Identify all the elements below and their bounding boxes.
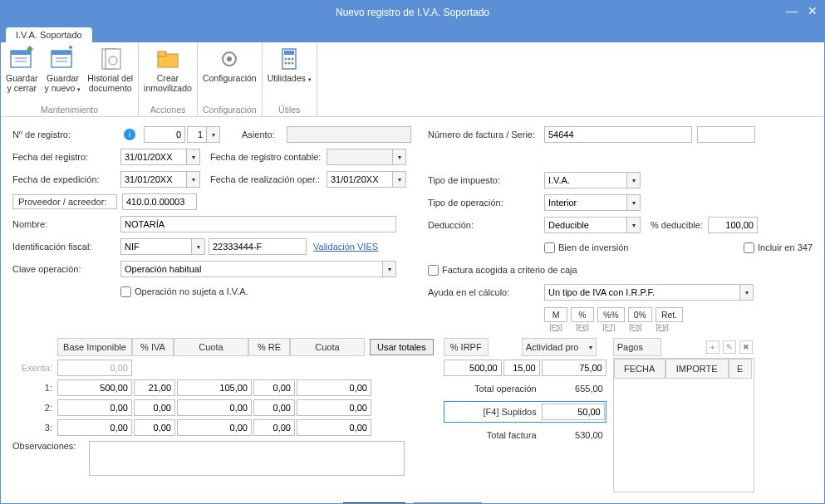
nombre-label: Nombre: [12,219,120,229]
svg-point-20 [285,62,287,65]
calc-m-button[interactable]: M [544,307,567,322]
r1-cuota[interactable] [177,379,252,396]
irpf-cuota[interactable] [542,360,606,376]
pct-deducible-label: % deducible: [651,220,703,230]
historial-button[interactable]: Historial del documento [87,46,133,93]
serie-input[interactable] [697,126,755,143]
fecha-registro-input[interactable] [120,149,187,165]
window-title: Nuevo registro de I.V.A. Soportado [336,7,489,18]
r1-re[interactable] [253,379,295,396]
total-op-label: Total operación [444,379,542,398]
pagos-add-icon[interactable]: ＋ [706,340,719,354]
r1-cuota2[interactable] [297,379,371,396]
svg-rect-9 [106,49,120,69]
clave-op-input[interactable] [120,261,383,277]
factura-acogida-checkbox[interactable] [428,265,439,276]
ribbon: Guardar y cerrar Guardar y nuevo ▾ Histo… [1,42,824,117]
svg-point-22 [292,62,294,65]
bien-inversion-checkbox[interactable] [544,242,555,253]
svg-point-18 [288,58,291,61]
tab-strip: I.V.A. Soportado [1,24,824,42]
ident-fiscal-label: Identificación fiscal: [12,242,120,252]
svg-point-17 [285,58,287,61]
nombre-input[interactable] [120,216,396,232]
deduccion-dd[interactable]: ▾ [627,217,641,233]
op-no-sujeta-checkbox[interactable] [120,286,131,297]
r2-base[interactable] [57,399,132,416]
ident-num-input[interactable] [209,238,307,255]
nro-registro-b-input[interactable] [187,126,207,143]
tipo-impuesto-input[interactable] [544,172,627,188]
svg-rect-16 [284,51,294,55]
incluir-347-checkbox[interactable] [744,242,754,253]
r2-cuota2[interactable] [297,399,371,416]
utilidades-button[interactable]: Utilidades ▾ [268,46,312,84]
fecha-reg-cont-dd[interactable]: ▾ [393,149,406,165]
fecha-registro-dd[interactable]: ▾ [187,149,200,165]
pagos-h-importe: IMPORTE [665,359,729,379]
proveedor-code-input[interactable] [122,193,197,210]
ayuda-calc-input[interactable] [544,284,740,301]
h-re: % RE [248,338,290,356]
r2-iva[interactable] [134,399,175,416]
hint-f5: [F5] [544,323,567,331]
deduccion-input[interactable] [544,217,627,233]
r3-base[interactable] [57,419,132,436]
r3-re[interactable] [253,419,295,436]
irpf-base[interactable] [444,360,502,376]
fecha-real-oper-input[interactable] [327,171,393,188]
fecha-exped-input[interactable] [120,171,187,188]
crear-inmovilizado-button[interactable]: Crear inmovilizado [144,46,192,93]
pct-deducible-input[interactable] [708,217,758,233]
suplidos-input[interactable] [542,404,605,420]
guardar-cerrar-button[interactable]: Guardar y cerrar [6,46,38,93]
tab-iva-soportado[interactable]: I.V.A. Soportado [6,27,92,42]
configuracion-button[interactable]: Configuración [203,46,257,84]
r1-base[interactable] [57,379,132,396]
row3-label: 3: [12,423,57,433]
ident-tipo-dd[interactable]: ▾ [192,238,205,255]
tipo-operacion-input[interactable] [544,194,627,211]
tipo-operacion-dd[interactable]: ▾ [627,194,641,211]
calc-pct-button[interactable]: % [571,307,594,322]
nro-registro-dd[interactable]: ▾ [207,126,220,143]
irpf-pct[interactable] [503,360,540,376]
r3-cuota2[interactable] [297,419,371,436]
ribbon-group-mantenimiento: Mantenimiento [41,105,98,115]
fecha-real-oper-dd[interactable]: ▾ [393,171,406,188]
observaciones-label: Observaciones: [12,441,89,451]
guardar-nuevo-button[interactable]: Guardar y nuevo ▾ [45,46,81,93]
ident-tipo-input[interactable] [120,238,192,255]
r3-cuota[interactable] [177,419,252,436]
ayuda-calc-dd[interactable]: ▾ [740,284,754,301]
svg-rect-5 [52,51,71,55]
asiento-label: Asiento: [242,130,287,139]
chevron-down-icon: ▾ [77,86,81,92]
usar-totales-button[interactable]: Usar totales [370,339,434,355]
suplidos-label[interactable]: [F4] Suplidos [445,403,542,421]
calc-ret-button[interactable]: Ret. [656,307,683,322]
h-actividad[interactable]: Actividad pro▾ [522,338,597,356]
nro-registro-a-input[interactable] [144,126,185,143]
fecha-exped-dd[interactable]: ▾ [187,171,200,188]
close-icon[interactable]: ✕ [808,4,818,17]
svg-point-21 [288,62,291,65]
pagos-table: FECHA IMPORTE E [613,358,754,492]
calc-pct2-button[interactable]: %% [597,307,625,322]
pagos-edit-icon[interactable]: ✎ [723,340,736,354]
pagos-del-icon[interactable]: ✖ [739,340,753,354]
tipo-impuesto-dd[interactable]: ▾ [627,172,641,188]
num-factura-input[interactable] [544,126,692,143]
observaciones-input[interactable] [89,441,405,476]
calc-pct0-button[interactable]: 0% [628,307,652,322]
r3-iva[interactable] [134,419,175,436]
r1-iva[interactable] [134,379,175,396]
r2-cuota[interactable] [177,399,252,416]
proveedor-label[interactable]: Proveedor / acreedor: [12,194,117,209]
info-icon[interactable]: i [124,129,135,140]
minimize-icon[interactable]: — [786,4,798,17]
clave-op-dd[interactable]: ▾ [383,261,396,277]
valid-vies-link[interactable]: Validación VIES [313,242,378,252]
r2-re[interactable] [253,399,295,416]
h-pagos: Pagos [613,338,661,356]
